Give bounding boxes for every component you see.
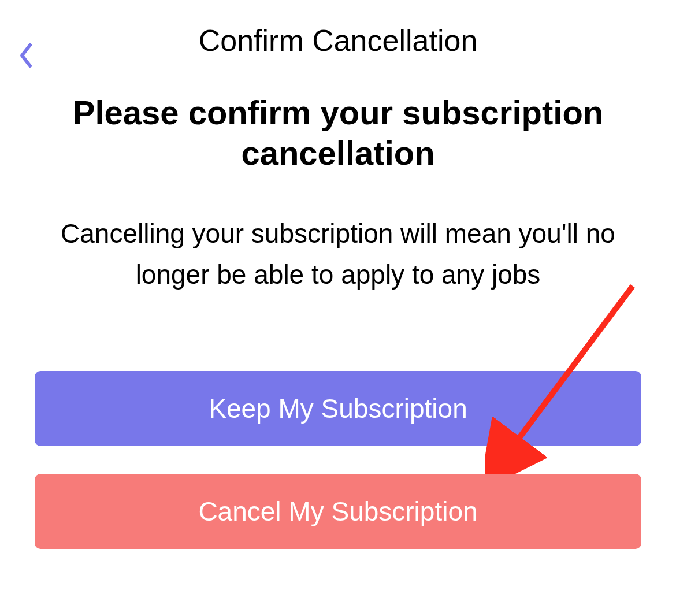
content-area: Please confirm your subscription cancell…	[0, 69, 676, 549]
back-icon[interactable]	[17, 42, 34, 72]
confirm-heading: Please confirm your subscription cancell…	[35, 92, 641, 173]
cancel-subscription-button[interactable]: Cancel My Subscription	[35, 474, 641, 549]
header: Confirm Cancellation	[0, 0, 676, 69]
keep-subscription-button[interactable]: Keep My Subscription	[35, 371, 641, 446]
button-container: Keep My Subscription Cancel My Subscript…	[35, 371, 641, 549]
confirm-description: Cancelling your subscription will mean y…	[35, 213, 641, 296]
page-title: Confirm Cancellation	[17, 23, 659, 58]
